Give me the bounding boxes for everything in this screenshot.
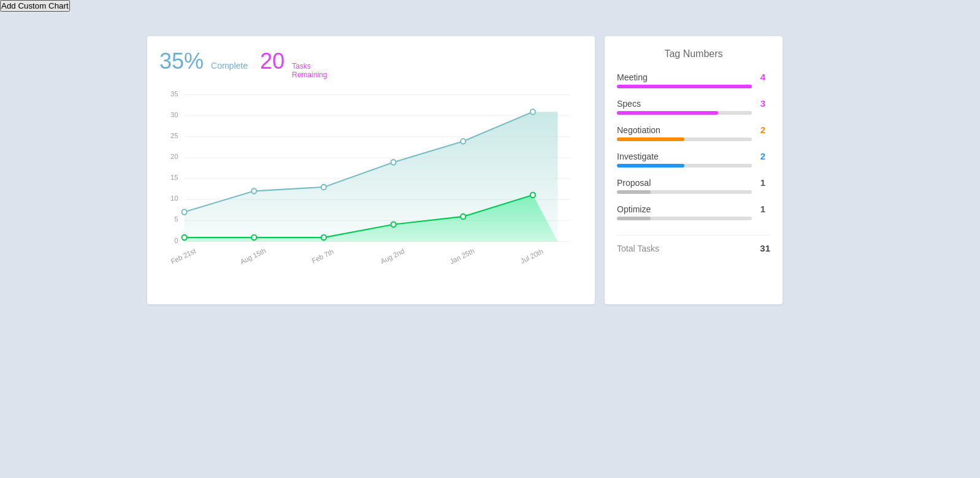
tag-total-label: Total Tasks <box>617 244 659 253</box>
tag-list-item: Specs 3 <box>617 98 765 115</box>
svg-text:Jan 25th: Jan 25th <box>449 247 476 265</box>
tag-numbers-title: Tag Numbers <box>617 48 770 60</box>
tag-list-item: Meeting 4 <box>617 72 765 88</box>
svg-point-24 <box>182 235 187 241</box>
chart-header: 35% Complete 20 Tasks Remaining <box>159 48 583 80</box>
tag-count: 2 <box>760 151 765 161</box>
tag-bar-bg <box>617 137 752 141</box>
svg-point-19 <box>321 184 326 190</box>
svg-text:Jul 20th: Jul 20th <box>519 247 544 264</box>
tag-bar-fill <box>617 164 684 168</box>
chart-percent: 35% <box>159 48 204 74</box>
tag-count: 1 <box>760 204 765 214</box>
tag-bar-fill <box>617 137 684 141</box>
tag-bar-fill <box>617 111 718 115</box>
tag-name: Meeting <box>617 72 648 82</box>
tag-name: Specs <box>617 99 641 109</box>
svg-text:5: 5 <box>174 215 178 223</box>
svg-text:0: 0 <box>174 236 178 244</box>
chart-tasks-label: Tasks Remaining <box>292 62 327 80</box>
tag-numbers-card: Tag Numbers Meeting 4 Specs 3 Negotiatio… <box>605 36 783 304</box>
add-custom-chart-button[interactable]: Add Custom Chart <box>0 0 70 12</box>
svg-point-29 <box>530 192 535 198</box>
tag-list-item: Negotiation 2 <box>617 125 765 141</box>
chart-complete-label: Complete <box>211 61 248 71</box>
svg-point-21 <box>461 139 465 144</box>
line-chart-svg: 35 30 25 20 15 10 5 0 <box>159 90 583 286</box>
tag-total-count: 31 <box>760 243 770 253</box>
tag-total: Total Tasks 31 <box>617 235 770 253</box>
dashboard: 35% Complete 20 Tasks Remaining <box>0 12 980 314</box>
line-chart-card: 35% Complete 20 Tasks Remaining <box>147 36 595 304</box>
svg-text:25: 25 <box>170 131 178 139</box>
chart-area: 35 30 25 20 15 10 5 0 <box>159 90 583 286</box>
tag-bar-bg <box>617 164 752 168</box>
svg-point-20 <box>391 160 396 165</box>
tag-name: Optimize <box>617 204 651 214</box>
svg-point-25 <box>251 235 256 241</box>
tag-bar-fill <box>617 217 651 220</box>
tag-bar-fill <box>617 190 651 194</box>
svg-point-22 <box>530 109 535 115</box>
tag-count: 4 <box>760 72 765 82</box>
tag-name: Negotiation <box>617 125 660 135</box>
svg-text:30: 30 <box>170 110 178 118</box>
tag-count: 3 <box>760 98 765 109</box>
tag-bar-bg <box>617 85 752 88</box>
svg-point-26 <box>321 235 326 241</box>
svg-point-28 <box>461 214 465 219</box>
svg-text:Aug 2nd: Aug 2nd <box>380 247 406 265</box>
tag-name: Proposal <box>617 178 651 188</box>
svg-text:35: 35 <box>170 90 178 97</box>
tag-name: Investigate <box>617 152 659 161</box>
svg-point-17 <box>182 209 187 215</box>
svg-text:Feb 21st: Feb 21st <box>170 247 197 266</box>
tag-list-item: Proposal 1 <box>617 177 765 194</box>
tag-count: 2 <box>760 125 765 135</box>
tag-list[interactable]: Meeting 4 Specs 3 Negotiation 2 <box>617 72 770 230</box>
svg-text:10: 10 <box>170 195 178 202</box>
svg-text:Feb 7th: Feb 7th <box>311 247 335 264</box>
tag-bar-bg <box>617 111 752 115</box>
tag-bar-bg <box>617 217 752 220</box>
chart-tasks-count: 20 <box>260 48 285 74</box>
svg-text:Aug 15th: Aug 15th <box>239 247 267 266</box>
svg-point-27 <box>391 222 396 227</box>
tag-list-item: Investigate 2 <box>617 151 765 168</box>
svg-point-18 <box>251 188 256 194</box>
tag-bar-bg <box>617 190 752 194</box>
svg-text:15: 15 <box>170 174 178 181</box>
tag-bar-fill <box>617 85 752 88</box>
tag-count: 1 <box>760 177 765 188</box>
svg-text:20: 20 <box>170 153 178 160</box>
tag-list-item: Optimize 1 <box>617 204 765 220</box>
